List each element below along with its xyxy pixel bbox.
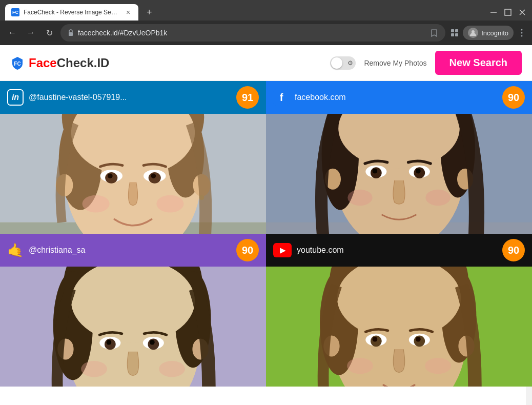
lock-icon (68, 29, 74, 36)
new-tab-button[interactable]: + (147, 4, 152, 21)
result-username-facebook: facebook.com (295, 93, 497, 102)
result-username-linkedin: @faustine-vastel-057919... (29, 93, 231, 102)
svg-point-65 (107, 340, 112, 345)
score-badge-instagram: 90 (236, 239, 259, 261)
address-bar-row: ← → ↻ facecheck.id/#DzvUeOPb1k (0, 21, 532, 45)
shield-icon: FC (10, 56, 25, 70)
navbar-right: ⚙ Remove My Photos New Search (330, 51, 522, 75)
score-badge-youtube: 90 (502, 239, 525, 261)
svg-point-29 (156, 195, 183, 213)
svg-point-50 (425, 190, 450, 206)
extensions-icon[interactable] (449, 28, 460, 38)
navbar: FC FaceCheck.ID ⚙ Remove My Photos New S… (0, 45, 532, 81)
svg-point-28 (83, 195, 110, 213)
menu-icon[interactable] (517, 28, 527, 38)
url-text: facecheck.id/#DzvUeOPb1k (78, 29, 426, 37)
tab-close-button[interactable]: × (124, 8, 132, 16)
reload-button[interactable]: ↻ (42, 26, 56, 40)
result-header-facebook: f facebook.com 90 (266, 81, 532, 114)
bookmark-icon[interactable] (430, 29, 438, 37)
svg-point-78 (337, 256, 461, 339)
svg-point-8 (521, 32, 523, 34)
svg-rect-2 (451, 29, 454, 32)
svg-point-7 (521, 29, 523, 31)
svg-point-9 (521, 35, 523, 37)
svg-point-85 (347, 358, 373, 374)
result-header-youtube: ▶ youtube.com 90 (266, 234, 532, 267)
linkedin-icon: in (7, 89, 24, 106)
forward-button[interactable]: → (24, 26, 38, 39)
result-username-instagram: @christiana_sa (29, 246, 231, 255)
address-bar[interactable]: facecheck.id/#DzvUeOPb1k (60, 24, 445, 42)
instagram-icon: 🤙 (7, 242, 24, 258)
svg-rect-4 (451, 33, 454, 36)
result-card-youtube[interactable]: ▶ youtube.com 90 (266, 234, 532, 387)
tab-favicon: FC (11, 8, 19, 16)
new-search-button[interactable]: New Search (435, 51, 522, 75)
svg-rect-3 (455, 29, 458, 32)
result-header-instagram: 🤙 @christiana_sa 90 (0, 234, 266, 267)
svg-point-26 (108, 173, 113, 178)
svg-point-83 (373, 337, 378, 342)
title-bar: FC FaceCheck - Reverse Image Searc... × … (0, 0, 532, 21)
remove-photos-label[interactable]: Remove My Photos (364, 59, 426, 67)
incognito-button[interactable]: Incognito (463, 26, 514, 40)
result-header-linkedin: in @faustine-vastel-057919... 91 (0, 81, 266, 114)
score-badge-facebook: 90 (502, 86, 525, 109)
browser-chrome: FC FaceCheck - Reverse Image Searc... × … (0, 0, 532, 45)
facebook-icon: f (273, 89, 290, 106)
score-badge-linkedin: 91 (236, 86, 259, 109)
svg-text:FC: FC (14, 61, 21, 67)
minimize-icon[interactable] (489, 8, 498, 17)
svg-point-49 (347, 190, 372, 206)
svg-point-47 (373, 169, 378, 174)
result-username-youtube: youtube.com (297, 246, 497, 255)
svg-point-68 (159, 361, 185, 377)
maximize-icon[interactable] (503, 8, 513, 17)
logo-id: .ID (94, 56, 110, 70)
svg-point-66 (150, 340, 155, 345)
svg-point-86 (425, 358, 451, 374)
svg-point-27 (151, 173, 156, 178)
toggle-knob (331, 57, 342, 69)
active-tab[interactable]: FC FaceCheck - Reverse Image Searc... × (5, 4, 138, 21)
svg-rect-5 (455, 33, 458, 36)
logo[interactable]: FC FaceCheck.ID (10, 56, 109, 70)
logo-text: FaceCheck.ID (29, 56, 109, 70)
page-content: FC FaceCheck.ID ⚙ Remove My Photos New S… (0, 45, 532, 387)
svg-rect-1 (69, 32, 73, 36)
results-grid: in @faustine-vastel-057919... 91 (0, 81, 532, 387)
toggle-switch[interactable]: ⚙ (330, 56, 356, 70)
tab-title: FaceCheck - Reverse Image Searc... (24, 9, 120, 16)
svg-point-84 (416, 337, 421, 342)
svg-point-48 (416, 169, 421, 174)
back-button[interactable]: ← (5, 26, 19, 39)
close-icon[interactable] (518, 8, 527, 17)
result-card-linkedin[interactable]: in @faustine-vastel-057919... 91 (0, 81, 266, 234)
svg-point-60 (71, 259, 195, 343)
toolbar-icons: Incognito (449, 26, 527, 40)
result-card-instagram[interactable]: 🤙 @christiana_sa 90 (0, 234, 266, 387)
logo-face: Face (29, 56, 57, 70)
incognito-icon (468, 28, 478, 38)
toggle-gear-icon: ⚙ (347, 59, 353, 67)
result-card-facebook[interactable]: f facebook.com 90 (266, 81, 532, 234)
youtube-icon: ▶ (273, 243, 292, 257)
svg-rect-0 (505, 9, 511, 15)
svg-point-67 (81, 361, 107, 377)
window-controls (489, 8, 527, 17)
incognito-label: Incognito (481, 29, 508, 37)
logo-check: Check (57, 56, 94, 70)
